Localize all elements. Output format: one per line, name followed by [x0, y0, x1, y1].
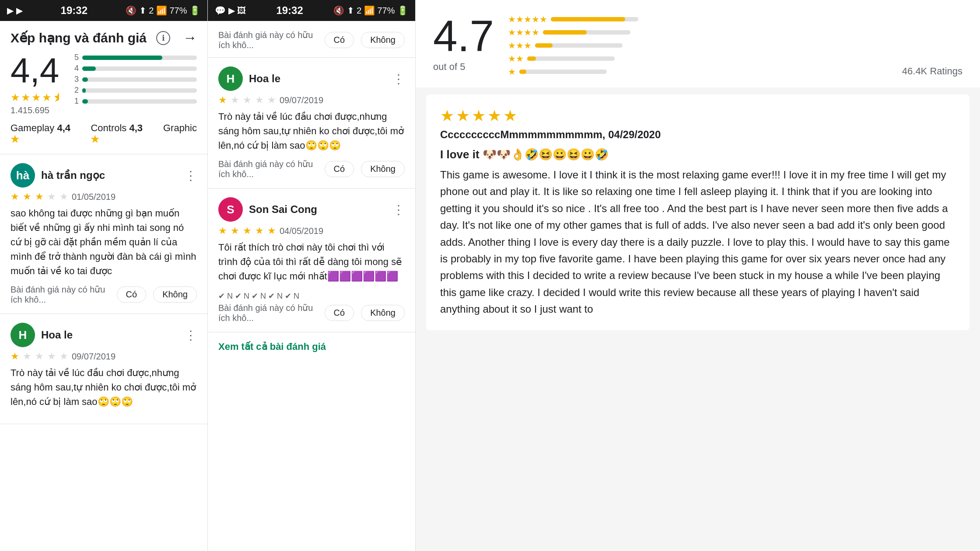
review-text-m2: Tôi rất thích trò chơi này tôi chơi thì …: [218, 240, 405, 283]
helpful-no-m1[interactable]: Không: [361, 161, 405, 177]
bar-right-3: [535, 43, 623, 48]
review-stars-1: ★ ★ ★ ★ ★ 01/05/2019: [10, 191, 197, 202]
status-left-icons-middle: 💬 ▶ 🖼: [215, 5, 246, 16]
avatar-1: hà: [10, 163, 35, 188]
star-row-4: ★★★★: [508, 27, 888, 38]
bar-fill-4: [82, 66, 96, 71]
star-2: ★: [21, 91, 31, 104]
bar-right-4: [543, 30, 630, 35]
review-big-stars-right: ★ ★ ★ ★ ★: [440, 107, 956, 125]
bar-label-3: 3: [72, 75, 79, 84]
gameplay-score: Gameplay 4,4 ★: [10, 122, 80, 145]
reviewer-name-m1: Hoa le: [249, 73, 280, 85]
more-menu-m1[interactable]: ⋮: [392, 72, 405, 86]
right-stars-section: ★★★★★ ★★★★ ★★★: [508, 14, 888, 77]
reviewer-info-m1: H Hoa le: [218, 66, 280, 91]
status-right-icons-middle: 🔇 ⬆ 2 📶 77% 🔋: [333, 5, 408, 16]
helpful-yes-m2[interactable]: Có: [325, 305, 354, 321]
reviewer-info-1: hà hà trần ngọc: [10, 163, 105, 188]
helpful-yes-1[interactable]: Có: [117, 286, 147, 303]
helpful-row-m1: Bài đánh giá này có hữu ích khô... Có Kh…: [218, 159, 405, 179]
status-time-middle: 19:32: [276, 4, 303, 17]
star-row-3: ★★★: [508, 40, 888, 51]
review-header-m1: H Hoa le ⋮: [218, 66, 405, 91]
bar-fill-3: [82, 77, 88, 82]
reviewer-name-2: Hoa le: [41, 329, 73, 341]
reviewer-info-2: H Hoa le: [10, 323, 73, 347]
bar-track-5: [82, 56, 197, 60]
helpful-yes-m1[interactable]: Có: [325, 161, 354, 177]
bar-row-3: 3: [72, 75, 197, 84]
reviewer-name-1: hà trần ngọc: [41, 169, 105, 181]
star-bars-right: ★★★★★ ★★★★ ★★★: [508, 14, 888, 77]
right-panel: 4.7 out of 5 ★★★★★ ★★★★: [416, 0, 980, 551]
helpful-no-m2[interactable]: Không: [361, 305, 405, 321]
review-card-right: ★ ★ ★ ★ ★ CcccccccccMmmmmmmmmmm, 04/29/2…: [426, 94, 970, 330]
helpful-row-1: Bài đánh giá này có hữu ích khô... Có Kh…: [10, 284, 197, 305]
status-bar-middle: 💬 ▶ 🖼 19:32 🔇 ⬆ 2 📶 77% 🔋: [208, 0, 415, 21]
middle-panel: 💬 ▶ 🖼 19:32 🔇 ⬆ 2 📶 77% 🔋 Bài đánh giá n…: [208, 0, 416, 551]
review-date-m1: 09/07/2019: [280, 95, 323, 105]
star-half: ⯨: [52, 91, 63, 104]
star-row-2: ★★: [508, 53, 888, 64]
bar-fill-1: [82, 99, 88, 104]
big-rating: 4,4: [10, 53, 63, 88]
right-panel-content: 4.7 out of 5 ★★★★★ ★★★★: [416, 0, 980, 551]
arrow-right-icon[interactable]: →: [183, 30, 197, 46]
bar-right-2: [527, 56, 615, 61]
review-card-1: hà hà trần ngọc ⋮ ★ ★ ★ ★ ★ 01/05/2019 s…: [0, 154, 207, 314]
review-header-2: H Hoa le ⋮: [10, 323, 197, 347]
info-icon[interactable]: ℹ: [156, 31, 170, 45]
top-helpful-no[interactable]: Không: [361, 32, 405, 48]
emoji-row: ✔ N ✔ N ✔ N ✔ N ✔ N: [218, 291, 299, 301]
bar-track-1: [82, 99, 197, 104]
graphics-score: Graphic: [163, 122, 197, 145]
helpful-text-m1: Bài đánh giá này có hữu ích khô...: [218, 159, 318, 179]
bar-right-5: [551, 17, 638, 21]
bar-row-1: 1: [72, 97, 197, 106]
rating-summary: 4,4 ★ ★ ★ ★ ⯨ 1.415.695 5 4: [0, 53, 207, 122]
more-menu-1[interactable]: ⋮: [185, 168, 197, 183]
review-title-right: I love it 🐶🐶👌🤣😆😀😆😀🤣: [440, 148, 956, 161]
bar-track-3: [82, 77, 197, 82]
ratings-count-right: 46.4K Ratings: [902, 66, 962, 77]
bar-row-4: 4: [72, 64, 197, 73]
bar-label-2: 2: [72, 86, 79, 95]
star-1: ★: [10, 91, 20, 104]
view-all-link[interactable]: Xem tất cả bài đánh giá: [208, 332, 415, 361]
status-time-left: 19:32: [61, 4, 88, 17]
bar-label-1: 1: [72, 97, 79, 106]
status-left-icons: ▶ ▶: [7, 5, 23, 16]
bar-fill-5: [82, 56, 162, 60]
more-menu-2[interactable]: ⋮: [185, 328, 197, 342]
section-header: Xếp hạng và đánh giá ℹ →: [0, 21, 207, 53]
bar-row-2: 2: [72, 86, 197, 95]
top-helpful-text: Bài đánh giá này có hữu ích khô...: [218, 30, 318, 50]
avatar-m1: H: [218, 66, 243, 91]
review-stars-m2: ★ ★ ★ ★ ★ 04/05/2019: [218, 225, 405, 237]
helpful-no-1[interactable]: Không: [153, 286, 197, 303]
rating-stars: ★ ★ ★ ★ ⯨: [10, 91, 63, 104]
section-title: Xếp hạng và đánh giá: [10, 30, 147, 45]
review-text-m1: Trò này tải về lúc đầu chơi được,nhưng s…: [218, 109, 405, 153]
controls-score: Controls 4,3 ★: [91, 122, 153, 145]
star-row-1: ★: [508, 66, 888, 77]
rating-count: 1.415.695: [10, 105, 63, 115]
bar-fill-2: [82, 88, 86, 93]
category-scores: Gameplay 4,4 ★ Controls 4,3 ★ Graphic: [0, 122, 207, 154]
more-menu-m2[interactable]: ⋮: [392, 202, 405, 217]
star-3: ★: [32, 91, 41, 104]
status-right-icons-left: 🔇 ⬆ 2 📶 77% 🔋: [126, 5, 200, 16]
review-card-2: H Hoa le ⋮ ★ ★ ★ ★ ★ 09/07/2019 Trò này …: [0, 314, 207, 424]
status-bar-left: ▶ ▶ 19:32 🔇 ⬆ 2 📶 77% 🔋: [0, 0, 207, 21]
reviewer-info-m2: S Son Sai Cong: [218, 197, 317, 222]
top-helpful-yes[interactable]: Có: [325, 32, 354, 48]
star-bars: 5 4 3 2: [72, 53, 197, 108]
helpful-text-1: Bài đánh giá này có hữu ích khô...: [10, 284, 110, 305]
reviewer-name-right: CcccccccccMmmmmmmmmmm, 04/29/2020: [440, 129, 956, 141]
review-date-1: 01/05/2019: [72, 192, 116, 202]
star-4: ★: [42, 91, 52, 104]
big-score-right: 4.7: [433, 14, 494, 58]
review-date-m2: 04/05/2019: [280, 226, 323, 236]
review-text-1: sao không tai được những gì bạn muốn biế…: [10, 206, 197, 278]
